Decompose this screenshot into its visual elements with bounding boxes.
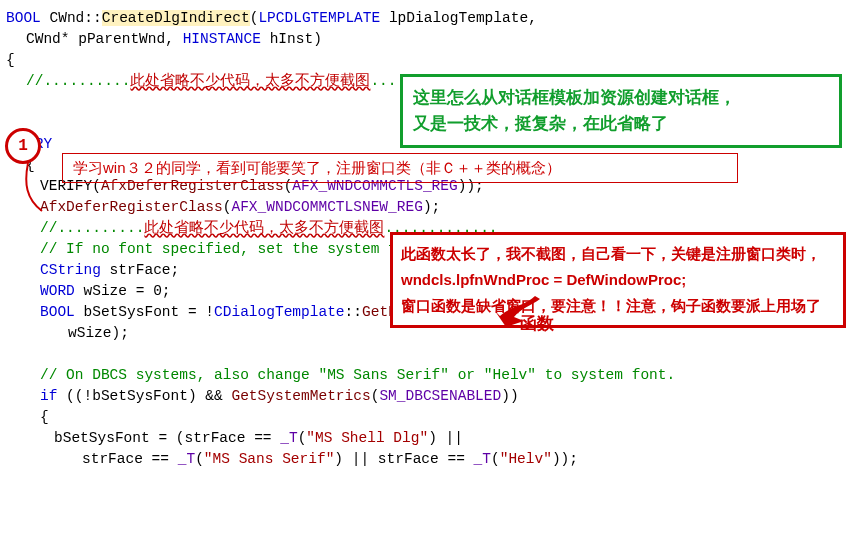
annotation-func-label: 函数 — [520, 313, 554, 334]
comment: // If no font specified, set the system … — [40, 241, 432, 257]
comment: //.......... — [26, 73, 130, 89]
annotation-box-red: 此函数太长了，我不截图，自己看一下，关键是注册窗口类时， wndcls.lpfn… — [390, 232, 846, 328]
annotation-marker-1: 1 — [5, 128, 41, 164]
string: "Helv" — [500, 451, 552, 467]
annotation-line: 窗口函数是缺省窗口，要注意！！注意，钩子函数要派上用场了 — [401, 293, 835, 319]
annotation-line: 这里怎么从对话框模板加资源创建对话框， — [413, 85, 829, 111]
token: CWnd* pParentWnd, — [26, 31, 183, 47]
kw-if: if — [40, 388, 57, 404]
token: LPCDLGTEMPLATE — [258, 10, 380, 26]
comment-zh: 此处省略不少代码，太多不方便截图 — [130, 73, 370, 89]
token: strFace; — [101, 262, 179, 278]
brace: { — [6, 50, 842, 71]
token: CWnd:: — [41, 10, 102, 26]
type: BOOL — [40, 304, 75, 320]
annotation-line: 此函数太长了，我不截图，自己看一下，关键是注册窗口类时， — [401, 241, 835, 267]
annotation-line: 又是一技术，挺复杂，在此省略了 — [413, 111, 829, 137]
token: lpDialogTemplate, — [380, 10, 537, 26]
token: bSetSysFont = (strFace == — [54, 430, 280, 446]
macro: _T — [178, 451, 195, 467]
macro: _T — [280, 430, 297, 446]
token: ); — [423, 199, 440, 215]
token: wSize = 0; — [75, 283, 171, 299]
token: bSetSysFont = ! — [75, 304, 214, 320]
type: CDialogTemplate — [214, 304, 345, 320]
token: ( — [491, 451, 500, 467]
string: "MS Shell Dlg" — [306, 430, 428, 446]
macro: _T — [474, 451, 491, 467]
func-name: CreateDlgIndirect — [102, 10, 250, 26]
annotation-line: wndcls.lpfnWndProc = DefWindowProc; — [401, 267, 835, 293]
token: ) || — [428, 430, 463, 446]
func: GetSystemMetrics — [231, 388, 370, 404]
token: )); — [552, 451, 578, 467]
token: hInst) — [261, 31, 322, 47]
token: )) — [501, 388, 518, 404]
token: ( — [195, 451, 204, 467]
macro: AFX_WNDCOMMCTLSNEW_REG — [231, 199, 422, 215]
token: BOOL — [6, 10, 41, 26]
macro: SM_DBCSENABLED — [379, 388, 501, 404]
comment-zh: 此处省略不少代码，太多不方便截图 — [144, 220, 384, 236]
token: ) || strFace == — [334, 451, 473, 467]
type: CString — [40, 262, 101, 278]
func: AfxDeferRegisterClass — [40, 199, 223, 215]
token: ((!bSetSysFont) && — [57, 388, 231, 404]
brace: { — [6, 407, 842, 428]
annotation-box-top: 学习win３２的同学，看到可能要笑了，注册窗口类（非Ｃ＋＋类的概念） — [62, 153, 738, 183]
token: :: — [345, 304, 362, 320]
token: strFace == — [82, 451, 178, 467]
annotation-box-green: 这里怎么从对话框模板加资源创建对话框， 又是一技术，挺复杂，在此省略了 — [400, 74, 842, 148]
type: WORD — [40, 283, 75, 299]
token: HINSTANCE — [183, 31, 261, 47]
string: "MS Sans Serif" — [204, 451, 335, 467]
comment: // On DBCS systems, also change "MS Sans… — [40, 367, 675, 383]
comment: //.......... — [40, 220, 144, 236]
